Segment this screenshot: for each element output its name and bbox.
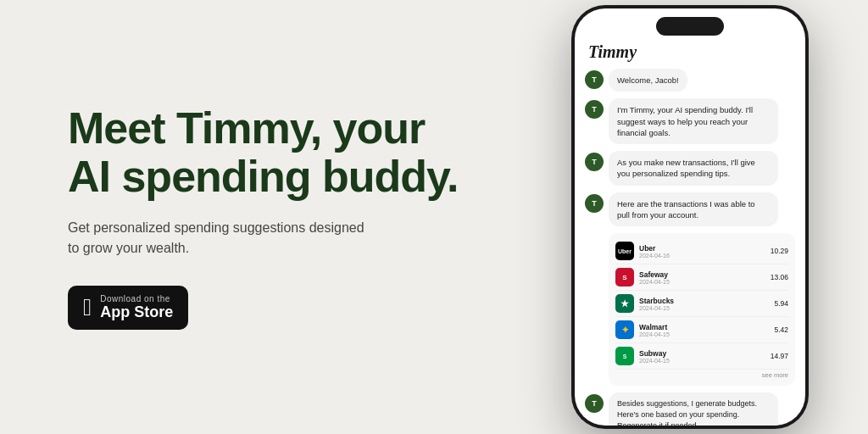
tx-info-safeway: Safeway 2024-04-15 <box>639 270 765 285</box>
tx-info-uber: Uber 2024-04-16 <box>639 244 765 259</box>
chat-area: T Welcome, Jacob! T I'm Timmy, your AI s… <box>575 65 805 426</box>
walmart-logo: ✦ <box>615 320 634 339</box>
tx-amount-safeway: 13.06 <box>771 273 788 281</box>
see-more-link[interactable]: see more <box>615 370 788 381</box>
subheadline: Get personalized spending suggestions de… <box>68 218 373 259</box>
timmy-avatar-2: T <box>585 100 604 119</box>
tx-date-uber: 2024-04-16 <box>639 253 765 259</box>
tx-amount-starbucks: 5.94 <box>774 299 788 308</box>
table-row: ★ Starbucks 2024-04-15 5.94 <box>615 291 788 317</box>
tx-info-subway: Subway 2024-04-15 <box>639 349 765 364</box>
app-store-small-text: Download on the <box>100 294 173 303</box>
right-section: Timmy T Welcome, Jacob! T I'm Timmy, you… <box>512 0 868 434</box>
headline-line2: AI spending buddy. <box>68 152 459 201</box>
tx-amount-uber: 10.29 <box>771 247 788 255</box>
tx-name-starbucks: Starbucks <box>639 297 769 305</box>
app-store-button[interactable]:  Download on the App Store <box>68 286 188 331</box>
subway-logo: S <box>615 347 634 365</box>
timmy-avatar-4: T <box>585 194 604 213</box>
app-store-big-text: App Store <box>100 303 173 322</box>
main-headline: Meet Timmy, your AI spending buddy. <box>68 104 461 201</box>
tx-date-starbucks: 2024-04-15 <box>639 305 769 311</box>
chat-message-4: T Here are the transactions I was able t… <box>585 192 795 227</box>
tx-info-starbucks: Starbucks 2024-04-15 <box>639 297 769 311</box>
bubble-2: I'm Timmy, your AI spending buddy. I'll … <box>609 98 778 144</box>
tx-amount-subway: 14.97 <box>771 352 788 360</box>
tx-name-walmart: Walmart <box>639 323 769 331</box>
left-section: Meet Timmy, your AI spending buddy. Get … <box>0 53 512 381</box>
tx-name-uber: Uber <box>639 244 765 253</box>
timmy-avatar-5: T <box>585 394 604 413</box>
table-row: S Subway 2024-04-15 14.97 <box>615 343 788 370</box>
phone-header: Timmy <box>575 36 805 65</box>
timmy-avatar-3: T <box>585 153 604 171</box>
uber-logo: Uber <box>615 242 634 260</box>
tx-name-subway: Subway <box>639 349 765 358</box>
headline-line1: Meet Timmy, your <box>68 103 425 153</box>
bubble-1: Welcome, Jacob! <box>609 69 687 92</box>
phone-mockup: Timmy T Welcome, Jacob! T I'm Timmy, you… <box>571 5 809 429</box>
table-row: ✦ Walmart 2024-04-15 5.42 <box>615 317 788 343</box>
starbucks-logo: ★ <box>615 294 634 313</box>
tx-info-walmart: Walmart 2024-04-15 <box>639 323 769 337</box>
safeway-logo: S <box>615 268 634 287</box>
app-title: Timmy <box>588 42 637 61</box>
last-message: T Besides suggestions, I generate budget… <box>585 392 795 426</box>
tx-date-safeway: 2024-04-15 <box>639 279 765 285</box>
transactions-card: Uber Uber 2024-04-16 10.29 S Safeway 202… <box>609 233 795 386</box>
tx-amount-walmart: 5.42 <box>774 326 788 334</box>
table-row: Uber Uber 2024-04-16 10.29 <box>615 238 788 264</box>
dynamic-island <box>656 17 724 36</box>
chat-message-3: T As you make new transactions, I'll giv… <box>585 151 795 186</box>
chat-message-2: T I'm Timmy, your AI spending buddy. I'l… <box>585 98 795 144</box>
last-bubble: Besides suggestions, I generate budgets.… <box>609 392 778 426</box>
tx-date-subway: 2024-04-15 <box>639 358 765 364</box>
apple-icon:  <box>83 296 92 320</box>
app-store-text: Download on the App Store <box>100 294 173 322</box>
chat-message-1: T Welcome, Jacob! <box>585 69 795 92</box>
tx-name-safeway: Safeway <box>639 270 765 279</box>
tx-date-walmart: 2024-04-15 <box>639 331 769 337</box>
phone-screen: Timmy T Welcome, Jacob! T I'm Timmy, you… <box>575 8 805 426</box>
timmy-avatar-1: T <box>585 70 604 89</box>
table-row: S Safeway 2024-04-15 13.06 <box>615 264 788 291</box>
bubble-3: As you make new transactions, I'll give … <box>609 151 778 186</box>
bubble-4: Here are the transactions I was able to … <box>609 192 778 227</box>
